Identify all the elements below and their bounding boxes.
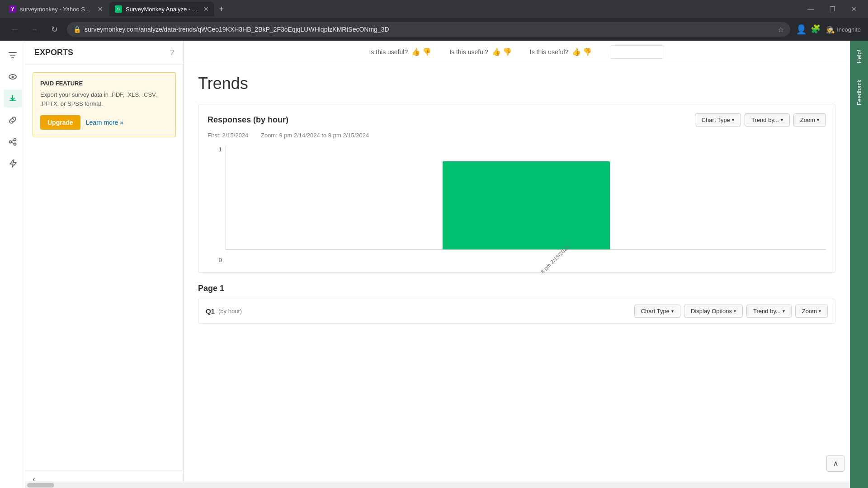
tab-bar: Y surveymonkey - Yahoo Search ✕ S Survey… <box>0 0 868 18</box>
forward-button[interactable]: → <box>27 22 42 37</box>
tab-sm-label: SurveyMonkey Analyze - Client... <box>126 6 198 13</box>
chevron-up-icon: ∧ <box>833 459 839 469</box>
q-display-options-button[interactable]: Display Options ▾ <box>684 305 743 318</box>
back-button[interactable]: ← <box>7 22 22 37</box>
refresh-button[interactable]: ↻ <box>47 22 61 37</box>
thumbs-up-3[interactable]: 👍 <box>572 47 581 56</box>
chart-bar <box>443 161 610 249</box>
y-axis-bottom: 0 <box>219 257 222 263</box>
zoom-label: Zoom <box>800 117 815 123</box>
lightning-icon[interactable] <box>4 155 22 173</box>
feedback-tab[interactable]: Feedback <box>852 74 866 111</box>
feedback-item-2: Is this useful? 👍 👎 <box>449 47 512 56</box>
thumbs-up-1[interactable]: 👍 <box>411 47 420 56</box>
chart-first-date: First: 2/15/2024 <box>208 132 248 139</box>
tab-yahoo[interactable]: Y surveymonkey - Yahoo Search ✕ <box>4 2 108 16</box>
x-axis-labels: 8 pm 2/15/2024 <box>226 253 826 263</box>
share-icon[interactable] <box>4 133 22 151</box>
trend-by-arrow: ▾ <box>781 117 783 122</box>
question-header: Q1 (by hour) Chart Type ▾ Display Option… <box>198 299 835 324</box>
sm-favicon: S <box>115 5 122 13</box>
feedback-btns-3: 👍 👎 <box>572 47 592 56</box>
sidebar-icons <box>0 41 25 488</box>
feedback-label-3: Is this useful? <box>530 48 569 56</box>
tab-yahoo-close[interactable]: ✕ <box>98 5 103 13</box>
incognito-icon: 🕵️ <box>826 25 835 34</box>
window-controls: — ❐ ✕ <box>800 2 864 16</box>
chart-type-button[interactable]: Chart Type ▾ <box>695 113 741 127</box>
right-help-panel: Help! Feedback <box>850 41 868 488</box>
q-chart-type-label: Chart Type <box>641 308 670 314</box>
thumbs-down-1[interactable]: 👎 <box>422 47 431 56</box>
link-icon[interactable] <box>4 111 22 129</box>
eye-icon[interactable] <box>4 68 22 86</box>
incognito-badge: 🕵️ Incognito <box>826 25 861 34</box>
extensions-icon[interactable]: 🧩 <box>811 24 821 35</box>
new-tab-button[interactable]: + <box>215 3 228 15</box>
q-display-options-arrow: ▾ <box>734 309 736 314</box>
yahoo-favicon: Y <box>9 5 16 13</box>
download-icon[interactable] <box>4 89 22 108</box>
chart-area: 1 0 <box>208 146 826 263</box>
paid-feature-actions: Upgrade Learn more » <box>40 115 168 130</box>
scroll-up-button[interactable]: ∧ <box>826 455 844 472</box>
feedback-item-3: Is this useful? 👍 👎 <box>530 47 592 56</box>
upgrade-button[interactable]: Upgrade <box>40 115 80 130</box>
x-axis-spacer <box>244 253 280 263</box>
feedback-toolbar: Is this useful? 👍 👎 Is this useful? 👍 👎 … <box>184 41 850 63</box>
browser-actions: 👤 🧩 <box>796 24 821 35</box>
address-bar[interactable]: 🔒 surveymonkey.com/analyze/data-trends/q… <box>67 22 790 37</box>
app-layout: EXPORTS ? PAID FEATURE Export your surve… <box>0 41 868 488</box>
feedback-btns-1: 👍 👎 <box>411 47 431 56</box>
exports-help-icon[interactable]: ? <box>170 49 174 57</box>
chart-empty-left <box>226 146 262 249</box>
q-zoom-button[interactable]: Zoom ▾ <box>795 305 828 318</box>
thumbs-up-2[interactable]: 👍 <box>492 47 501 56</box>
chart-type-arrow: ▾ <box>732 117 734 122</box>
trends-title: Trends <box>198 74 835 93</box>
minimize-button[interactable]: — <box>800 2 821 16</box>
q-trend-by-label: Trend by... <box>753 308 781 314</box>
panel-header: EXPORTS ? <box>25 41 183 65</box>
scrollbar-thumb[interactable] <box>27 483 54 488</box>
question-number: Q1 <box>206 307 215 315</box>
q-zoom-label: Zoom <box>802 308 817 314</box>
panel-title: EXPORTS <box>34 48 166 57</box>
svg-point-3 <box>9 141 11 143</box>
trend-by-button[interactable]: Trend by... ▾ <box>745 113 790 127</box>
incognito-label: Incognito <box>837 26 861 33</box>
chart-type-label: Chart Type <box>702 117 730 123</box>
q-chart-type-button[interactable]: Chart Type ▾ <box>634 305 680 318</box>
star-icon[interactable]: ☆ <box>778 25 784 34</box>
horizontal-scrollbar[interactable] <box>25 482 850 488</box>
feedback-label-2: Is this useful? <box>449 48 488 56</box>
maximize-button[interactable]: ❐ <box>822 2 843 16</box>
chart-plot: 8 pm 2/15/2024 <box>226 146 826 263</box>
tab-sm-close[interactable]: ✕ <box>203 5 209 13</box>
address-bar-row: ← → ↻ 🔒 surveymonkey.com/analyze/data-tr… <box>0 18 868 41</box>
close-button[interactable]: ✕ <box>844 2 864 16</box>
paid-feature-title: PAID FEATURE <box>40 80 168 87</box>
chart-title: Responses (by hour) <box>208 115 695 125</box>
question-type: (by hour) <box>218 308 634 314</box>
paid-feature-desc: Export your survey data in .PDF, .XLS, .… <box>40 90 168 108</box>
zoom-button[interactable]: Zoom ▾ <box>793 113 826 127</box>
profile-icon[interactable]: 👤 <box>796 24 807 35</box>
q-chart-type-arrow: ▾ <box>671 309 674 314</box>
learn-more-link[interactable]: Learn more » <box>86 119 123 126</box>
help-tab[interactable]: Help! <box>852 44 866 69</box>
tab-surveymonkey[interactable]: S SurveyMonkey Analyze - Client... ✕ <box>109 2 214 16</box>
lock-icon: 🔒 <box>73 26 81 33</box>
q-trend-by-arrow: ▾ <box>783 309 785 314</box>
filter-icon[interactable] <box>4 46 22 64</box>
q-trend-by-button[interactable]: Trend by... ▾ <box>746 305 792 318</box>
tab-yahoo-label: surveymonkey - Yahoo Search <box>20 6 92 13</box>
chart-bars-area <box>226 146 826 250</box>
q-zoom-arrow: ▾ <box>819 309 821 314</box>
thumbs-down-3[interactable]: 👎 <box>583 47 592 56</box>
feedback-btns-2: 👍 👎 <box>492 47 512 56</box>
thumbs-down-2[interactable]: 👎 <box>503 47 512 56</box>
page-label: Page 1 <box>198 284 835 293</box>
q-display-options-label: Display Options <box>691 308 732 314</box>
bar-wrapper <box>262 146 790 249</box>
